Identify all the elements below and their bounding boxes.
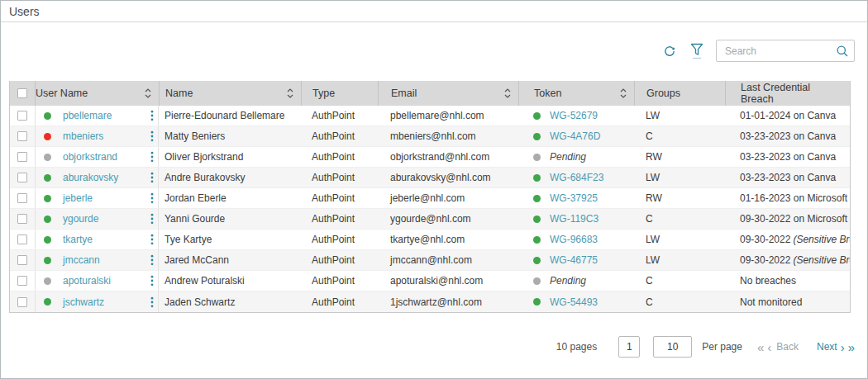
row-checkbox[interactable] [17, 111, 27, 121]
username-cell: aburakovsky [35, 168, 159, 187]
table-row: tkartyeTye KartyeAuthPointtkartye@nhl.co… [10, 230, 850, 250]
token-link[interactable]: WG-119C3 [550, 213, 599, 225]
username-cell: apoturalski [35, 271, 159, 291]
search-icon[interactable] [836, 45, 849, 58]
groups-cell: C [634, 209, 725, 229]
row-menu-icon[interactable] [150, 296, 154, 308]
token-link[interactable]: WG-96683 [550, 234, 598, 245]
row-menu-icon[interactable] [150, 254, 154, 266]
user-status-icon [44, 298, 51, 306]
breach-text: 03-23-2023 on Canva [740, 172, 836, 183]
column-header-username[interactable]: User Name [35, 81, 159, 106]
username-link[interactable]: aburakovsky [63, 172, 150, 183]
token-link[interactable]: WG-54493 [550, 296, 598, 308]
breach-cell: 09-30-2022(Sensitive Breach) [725, 250, 850, 270]
token-link[interactable]: WG-37925 [550, 192, 598, 204]
row-checkbox[interactable] [17, 255, 27, 265]
username-link[interactable]: jschwartz [63, 296, 150, 308]
username-link[interactable]: jeberle [63, 192, 150, 204]
breach-text: 03-23-2023 on Canva [740, 151, 836, 163]
token-link[interactable]: WG-52679 [550, 110, 598, 121]
row-checkbox[interactable] [17, 152, 27, 162]
username-link[interactable]: ygourde [63, 213, 150, 225]
token-status-icon [533, 174, 541, 182]
row-checkbox-cell [10, 126, 35, 146]
name-cell: Andre Burakovsky [159, 168, 301, 187]
next-link[interactable]: Next [817, 341, 837, 353]
user-status-icon [44, 112, 51, 120]
username-link[interactable]: mbeniers [63, 130, 150, 142]
row-menu-icon[interactable] [150, 275, 154, 287]
sort-icon[interactable] [145, 88, 151, 98]
username-link[interactable]: tkartye [63, 234, 150, 245]
users-table: User Name Name Type Email Token [9, 81, 851, 313]
select-all-checkbox[interactable] [17, 88, 27, 98]
column-label: Last Credential Breach [741, 82, 842, 105]
row-checkbox[interactable] [17, 131, 27, 141]
type-cell: AuthPoint [301, 188, 378, 208]
sort-icon[interactable] [620, 88, 627, 98]
sort-icon[interactable] [287, 88, 293, 98]
groups-cell: LW [634, 168, 725, 187]
per-page-input[interactable] [653, 336, 692, 358]
token-cell: Pending [518, 271, 634, 291]
row-menu-icon[interactable] [150, 192, 154, 204]
page-number-input[interactable] [618, 336, 640, 358]
table-row: aburakovskyAndre BurakovskyAuthPointabur… [10, 168, 850, 188]
search-box[interactable] [716, 40, 855, 62]
token-link[interactable]: WG-46775 [550, 254, 598, 266]
username-link[interactable]: apoturalski [63, 275, 150, 287]
name-cell: Matty Beniers [159, 126, 301, 146]
breach-text: 09-30-2022 [740, 254, 790, 266]
row-checkbox[interactable] [17, 214, 27, 224]
row-checkbox[interactable] [17, 193, 27, 203]
filter-icon[interactable] [689, 42, 705, 60]
username-link[interactable]: objorkstrand [63, 151, 150, 163]
prev-page-icon[interactable]: ‹ [767, 341, 771, 353]
first-page-icon[interactable]: « [757, 341, 764, 353]
type-cell: AuthPoint [301, 291, 378, 312]
username-link[interactable]: jmccann [63, 254, 150, 266]
row-menu-icon[interactable] [150, 172, 154, 183]
token-link[interactable]: WG-684F23 [550, 172, 603, 183]
user-status-icon [44, 277, 51, 285]
row-checkbox[interactable] [17, 235, 27, 244]
column-header-email[interactable]: Email [378, 81, 518, 106]
row-checkbox-cell [10, 209, 35, 229]
breach-text: Not monitored [740, 296, 802, 308]
column-header-token[interactable]: Token [518, 81, 634, 106]
refresh-icon[interactable] [661, 42, 678, 60]
username-link[interactable]: pbellemare [63, 110, 150, 121]
next-page-icon[interactable]: › [841, 341, 845, 353]
pagination-bar: 10 pages Per page « ‹ Back Next › » [1, 336, 855, 358]
row-menu-icon[interactable] [150, 130, 154, 142]
select-all-cell [10, 81, 35, 106]
token-cell: WG-4A76D [518, 126, 634, 146]
pages-count-label: 10 pages [556, 341, 597, 353]
row-checkbox[interactable] [17, 297, 27, 307]
username-cell: ygourde [35, 209, 159, 229]
row-checkbox-cell [10, 291, 35, 312]
row-checkbox[interactable] [17, 173, 27, 182]
back-link[interactable]: Back [776, 341, 799, 353]
user-status-icon [44, 257, 51, 264]
row-menu-icon[interactable] [150, 151, 154, 163]
token-cell: WG-96683 [518, 230, 634, 249]
search-input[interactable] [725, 45, 836, 57]
column-header-name[interactable]: Name [159, 81, 301, 106]
last-page-icon[interactable]: » [848, 341, 855, 353]
token-link[interactable]: WG-4A76D [550, 130, 600, 142]
breach-cell: 09-30-2022 on Microsoft [725, 209, 850, 229]
type-cell: AuthPoint [301, 271, 378, 291]
row-checkbox[interactable] [17, 276, 27, 286]
type-cell: AuthPoint [301, 126, 378, 146]
token-status-icon [533, 112, 541, 120]
sort-icon[interactable] [504, 88, 511, 98]
toolbar [1, 40, 855, 62]
row-menu-icon[interactable] [150, 110, 154, 121]
email-cell: pbellemare@nhl.com [378, 106, 518, 126]
token-status-icon [533, 298, 541, 306]
breach-cell: 03-23-2023 on Canva [725, 147, 850, 167]
row-menu-icon[interactable] [150, 213, 154, 225]
row-menu-icon[interactable] [150, 234, 154, 245]
